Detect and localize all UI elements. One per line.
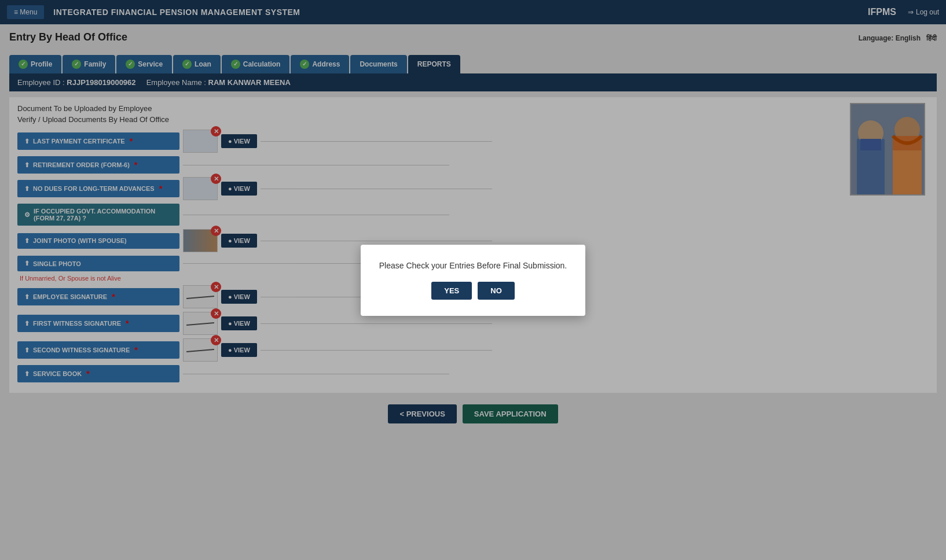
modal-buttons: YES NO [379,282,567,300]
modal-yes-button[interactable]: YES [431,282,472,300]
modal-no-button[interactable]: NO [478,282,515,300]
modal-message: Please Check your Entries Before Final S… [379,261,567,270]
confirmation-modal: Please Check your Entries Before Final S… [361,245,585,316]
modal-overlay: Please Check your Entries Before Final S… [0,0,946,442]
